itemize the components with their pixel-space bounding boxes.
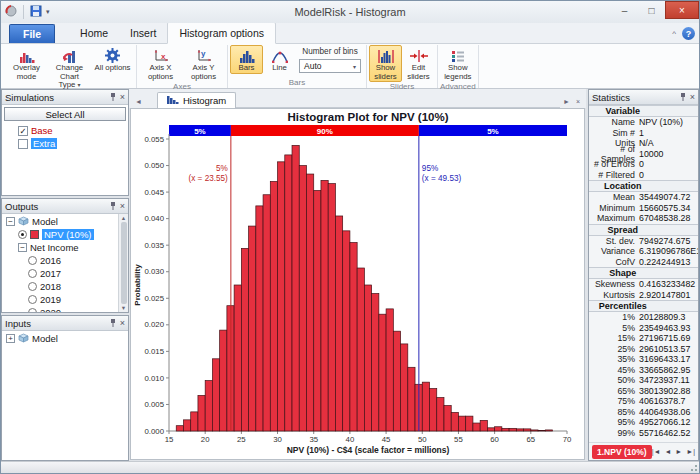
show-sliders-button[interactable]: Show sliders	[369, 45, 402, 82]
pin-icon[interactable]	[109, 92, 117, 103]
outputs-panel: Outputs × − Model NPV (10%)	[1, 198, 129, 313]
stats-row: 85%44064938.06	[589, 407, 698, 418]
help-button[interactable]: ?	[682, 27, 695, 40]
histogram-bar	[495, 427, 502, 431]
tab-close-icon[interactable]: ×	[573, 98, 583, 108]
output-year-item[interactable]: 2016	[2, 254, 128, 267]
output-year-item[interactable]: 2020	[2, 306, 128, 312]
nav-last-icon[interactable]: ►|	[686, 448, 695, 455]
radio-unselected-icon[interactable]	[28, 256, 37, 265]
simulation-label: Extra	[31, 138, 57, 149]
output-year-item[interactable]: 2017	[2, 267, 128, 280]
collapse-node-icon[interactable]: −	[18, 243, 27, 252]
close-button[interactable]: ×	[665, 1, 699, 19]
output-badge[interactable]: 1.NPV (10%)	[592, 445, 652, 459]
x-tick-label: 65	[526, 435, 535, 444]
tab-histogram-options[interactable]: Histogram options	[167, 22, 276, 44]
outputs-group-node[interactable]: − Net Income	[2, 241, 128, 254]
stats-row: 99%55716462.52	[589, 428, 698, 439]
inputs-root-node[interactable]: + Model	[2, 332, 128, 345]
all-options-button[interactable]: All options	[91, 45, 134, 74]
stat-label: Sim #	[589, 128, 639, 138]
edit-sliders-button[interactable]: Edit sliders	[402, 45, 435, 82]
title-bar: ▾ ModelRisk - Histogram – □ ×	[1, 1, 699, 23]
show-legends-button[interactable]: Show legends	[441, 45, 474, 82]
y-tick-label: 0.010	[144, 374, 164, 383]
tab-file[interactable]: File	[9, 24, 55, 43]
maximize-button[interactable]: □	[638, 1, 665, 19]
axis-x-options-button[interactable]: x Axis X options	[139, 45, 182, 82]
histogram-bar	[379, 314, 386, 431]
scrollbar-thumb[interactable]	[121, 222, 127, 304]
stats-row: 25%29610513.57	[589, 344, 698, 355]
output-year-item[interactable]: 2019	[2, 293, 128, 306]
pin-icon[interactable]	[109, 201, 117, 212]
collapse-node-icon[interactable]: −	[6, 217, 15, 226]
radio-selected-icon[interactable]	[18, 230, 27, 239]
pin-icon[interactable]	[679, 92, 687, 103]
close-icon[interactable]: ×	[120, 93, 125, 102]
stats-section-title: Spread	[589, 225, 657, 235]
output-year-item[interactable]: 2018	[2, 280, 128, 293]
select-all-button[interactable]: Select All	[4, 107, 126, 121]
histogram-bar	[473, 423, 480, 431]
stat-label: Kurtosis	[589, 290, 639, 300]
close-icon[interactable]: ×	[690, 93, 695, 102]
nav-next-icon[interactable]: ►	[675, 448, 682, 455]
outputs-scrollbar[interactable]: ▲ ▼	[118, 214, 128, 312]
radio-unselected-icon[interactable]	[28, 295, 37, 304]
axis-y-options-button[interactable]: y Axis Y options	[182, 45, 225, 82]
line-button[interactable]: Line	[263, 45, 296, 74]
qat-dropdown-icon[interactable]: ▾	[46, 8, 50, 16]
tab-scroll-left-icon[interactable]: ◄	[132, 98, 145, 108]
histogram-bar	[328, 184, 335, 431]
outputs-npv-node[interactable]: NPV (10%)	[2, 228, 128, 241]
number-of-bins-select[interactable]: Auto ▾	[299, 59, 361, 73]
radio-unselected-icon[interactable]	[28, 282, 37, 291]
series-color-chip	[30, 230, 39, 239]
stat-value: 31696433.17	[639, 354, 690, 364]
overlay-mode-button[interactable]: Overlay mode	[5, 45, 48, 82]
x-tick-label: 35	[309, 435, 318, 444]
close-icon[interactable]: ×	[120, 202, 125, 211]
stat-label: Variance	[589, 246, 639, 256]
stat-label: Minimum	[589, 203, 639, 213]
tab-insert[interactable]: Insert	[119, 23, 167, 43]
resize-grip[interactable]	[689, 465, 697, 473]
stats-section-title: Location	[589, 181, 657, 191]
save-icon[interactable]	[30, 3, 42, 21]
collapse-ribbon-icon[interactable]: ^	[672, 29, 676, 38]
outputs-root-node[interactable]: − Model	[2, 215, 128, 228]
pin-icon[interactable]	[109, 318, 117, 329]
simulation-item[interactable]: ✓Base	[2, 124, 128, 137]
scroll-down-icon[interactable]: ▼	[121, 305, 126, 311]
inputs-root-label: Model	[32, 333, 58, 344]
scroll-up-icon[interactable]: ▲	[121, 215, 126, 221]
histogram-bar	[538, 430, 545, 431]
tab-home[interactable]: Home	[69, 23, 119, 43]
radio-unselected-icon[interactable]	[28, 269, 37, 278]
bars-button[interactable]: Bars	[230, 45, 263, 74]
nav-first-icon[interactable]: |◄	[652, 448, 661, 455]
histogram-bar	[386, 309, 393, 431]
x-tick-label: 70	[563, 435, 572, 444]
nav-prev-icon[interactable]: ◄	[664, 448, 671, 455]
minimize-button[interactable]: –	[611, 1, 638, 19]
histogram-bar	[524, 429, 531, 431]
stat-value: 0.4163233482	[639, 279, 695, 289]
simulation-item[interactable]: Extra	[2, 137, 128, 150]
radio-unselected-icon[interactable]	[28, 308, 37, 312]
tab-scroll-right-icon[interactable]: ►	[560, 98, 573, 108]
ribbon-group-sliders: Show sliders Edit sliders Sliders	[367, 45, 438, 88]
tab-histogram[interactable]: Histogram	[157, 92, 236, 108]
checkbox-checked-icon[interactable]: ✓	[18, 126, 28, 136]
outputs-root-label: Model	[32, 216, 58, 227]
expand-node-icon[interactable]: +	[6, 334, 15, 343]
histogram-bar	[321, 180, 328, 431]
histogram-bar	[299, 166, 306, 431]
y-tick-label: 0.050	[144, 161, 164, 170]
close-icon[interactable]: ×	[120, 319, 125, 328]
checkbox-unchecked-icon[interactable]	[18, 139, 28, 149]
change-chart-type-button[interactable]: Change Chart Type	[48, 45, 91, 91]
histogram-bar	[212, 359, 219, 431]
